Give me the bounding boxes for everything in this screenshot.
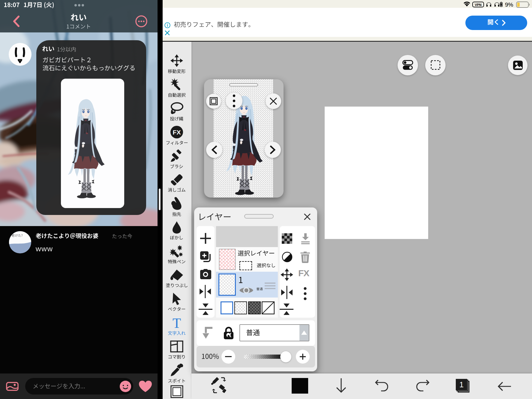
svg-text:FX: FX <box>173 129 181 136</box>
svg-text:VPN: VPN <box>475 3 482 7</box>
svg-text:1: 1 <box>459 380 464 389</box>
svg-text:T: T <box>173 316 181 329</box>
svg-text:9%: 9% <box>505 2 513 8</box>
